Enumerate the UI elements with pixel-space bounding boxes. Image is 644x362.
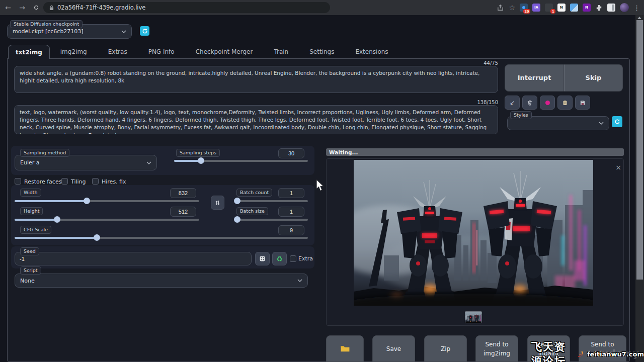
zip-button[interactable]: Zip bbox=[424, 335, 467, 362]
slider-handle[interactable] bbox=[234, 198, 240, 204]
onenote-extension-icon[interactable]: N bbox=[583, 4, 591, 12]
checkpoint-refresh-button[interactable] bbox=[140, 26, 149, 36]
cfg-scale-input[interactable] bbox=[278, 225, 304, 235]
url-text: 02a56ff4-71ff-439e.gradio.live bbox=[57, 4, 145, 11]
swap-arrows-icon bbox=[215, 200, 220, 206]
seed-input[interactable] bbox=[15, 252, 252, 265]
slider-fill bbox=[15, 237, 97, 239]
close-gallery-button[interactable]: × bbox=[614, 163, 623, 172]
sampling-method-dropdown[interactable]: Euler a bbox=[15, 155, 157, 170]
scrollbar-thumb[interactable] bbox=[636, 20, 643, 280]
site-watermark-domain: feitianwu7.com bbox=[587, 350, 644, 358]
tiling-checkbox[interactable] bbox=[61, 178, 68, 185]
gallery-thumbnail[interactable] bbox=[465, 311, 482, 323]
image-extension-icon[interactable] bbox=[570, 4, 578, 12]
width-slider[interactable] bbox=[15, 200, 199, 202]
random-seed-button[interactable] bbox=[255, 252, 270, 265]
batch-count-slider[interactable] bbox=[235, 200, 308, 202]
tiling-label: Tiling bbox=[71, 178, 86, 185]
width-input[interactable] bbox=[170, 188, 196, 198]
open-folder-button[interactable] bbox=[326, 335, 364, 362]
swap-dimensions-button[interactable] bbox=[211, 196, 224, 210]
styles-refresh-button[interactable] bbox=[612, 116, 622, 127]
paste-generation-params-button[interactable]: ↙ bbox=[505, 96, 520, 110]
sidepanel-icon[interactable] bbox=[612, 5, 614, 11]
folder-icon bbox=[340, 345, 350, 352]
lock-icon bbox=[49, 5, 54, 11]
refresh-icon bbox=[142, 28, 148, 34]
back-icon[interactable]: ← bbox=[3, 3, 13, 13]
script-dropdown[interactable]: None bbox=[15, 274, 308, 288]
tab-txt2img[interactable]: txt2img bbox=[8, 45, 50, 59]
tab-extensions[interactable]: Extensions bbox=[345, 45, 398, 59]
tab-settings[interactable]: Settings bbox=[299, 45, 345, 59]
tab-train[interactable]: Train bbox=[263, 45, 299, 59]
profile-avatar[interactable] bbox=[620, 3, 629, 12]
floppy-save-icon bbox=[580, 100, 586, 106]
prompt-input[interactable]: wide shot angle, a (gundam:0.8) robot st… bbox=[14, 66, 498, 93]
checkpoint-value: model.ckpt [cc6cb27103] bbox=[13, 28, 84, 35]
reuse-seed-button[interactable]: ♻ bbox=[272, 252, 287, 265]
batch-count-input[interactable] bbox=[278, 188, 304, 198]
height-slider[interactable] bbox=[15, 219, 199, 221]
tab-pnginfo[interactable]: PNG Info bbox=[138, 45, 185, 59]
generated-image[interactable] bbox=[354, 160, 593, 306]
address-bar[interactable]: 02a56ff4-71ff-439e.gradio.live bbox=[43, 2, 330, 13]
hires-fix-checkbox[interactable] bbox=[92, 178, 99, 185]
reload-icon[interactable] bbox=[31, 3, 41, 13]
extra-seed-checkbox[interactable] bbox=[290, 255, 296, 262]
trash-icon bbox=[527, 100, 533, 106]
tab-img2img[interactable]: img2img bbox=[50, 45, 98, 59]
dice-icon bbox=[259, 255, 266, 262]
slider-handle[interactable] bbox=[234, 216, 240, 223]
save-button[interactable]: Save bbox=[372, 335, 415, 362]
forward-icon[interactable]: → bbox=[17, 3, 27, 13]
seed-label: Seed bbox=[20, 247, 39, 255]
arrow-down-left-icon: ↙ bbox=[510, 99, 515, 106]
apply-styles-button[interactable] bbox=[557, 96, 573, 110]
cfg-scale-slider[interactable] bbox=[15, 237, 308, 239]
send-to-img2img-button[interactable]: Send to img2img bbox=[475, 335, 518, 362]
clear-prompt-button[interactable] bbox=[522, 96, 537, 110]
bookmark-star-icon[interactable]: ☆ bbox=[509, 4, 515, 12]
height-label: Height bbox=[20, 207, 43, 215]
width-label: Width bbox=[20, 189, 41, 197]
extra-networks-button[interactable] bbox=[540, 96, 555, 110]
page-scrollbar[interactable] bbox=[635, 15, 644, 362]
batch-size-input[interactable] bbox=[278, 207, 304, 217]
site-watermark-cn: 飞天资源论坛 bbox=[531, 340, 576, 362]
restore-faces-checkbox[interactable] bbox=[15, 178, 21, 185]
tab-extras[interactable]: Extras bbox=[98, 45, 138, 59]
slider-fill bbox=[15, 219, 57, 221]
slider-fill bbox=[174, 160, 201, 162]
sampling-steps-slider[interactable] bbox=[174, 160, 308, 162]
scrollbar-up-arrow[interactable] bbox=[637, 17, 641, 19]
slider-fill bbox=[15, 200, 87, 202]
puzzle-extensions-icon[interactable] bbox=[595, 4, 603, 12]
chevron-down-icon bbox=[297, 278, 302, 283]
interrupt-button[interactable]: Interrupt bbox=[505, 64, 564, 92]
tab-checkpoint-merger[interactable]: Checkpoint Merger bbox=[185, 45, 264, 59]
extension-ia-icon[interactable]: IA bbox=[532, 4, 540, 12]
gundam-thumbnail-image bbox=[465, 312, 481, 323]
extra-networks-dot-icon bbox=[545, 101, 550, 105]
share-icon[interactable] bbox=[497, 4, 504, 12]
batch-count-label: Batch count bbox=[236, 189, 272, 197]
notion-extension-icon[interactable]: N bbox=[557, 4, 566, 12]
height-input[interactable] bbox=[170, 207, 196, 217]
batch-size-slider[interactable] bbox=[235, 219, 308, 221]
extension-camera-icon[interactable]: 1 bbox=[545, 4, 553, 12]
chrome-menu-icon[interactable]: ⋮ bbox=[633, 4, 640, 12]
sampling-steps-input[interactable] bbox=[278, 148, 304, 158]
refresh-icon bbox=[614, 119, 620, 125]
sampling-method-label: Sampling method bbox=[20, 149, 69, 157]
save-style-button[interactable] bbox=[575, 96, 590, 110]
styles-label: Styles bbox=[510, 111, 532, 119]
sampling-steps-label: Sampling steps bbox=[176, 149, 220, 157]
batch-size-label: Batch size bbox=[236, 207, 268, 215]
chevron-down-icon bbox=[599, 121, 604, 126]
skip-button[interactable]: Skip bbox=[564, 64, 623, 92]
negative-prompt-input[interactable]: text, logo, watermark, (worst quality, l… bbox=[14, 105, 498, 134]
extension-badge20-icon[interactable]: 20 bbox=[520, 4, 528, 12]
prompt-token-counter: 44/75 bbox=[448, 60, 498, 66]
